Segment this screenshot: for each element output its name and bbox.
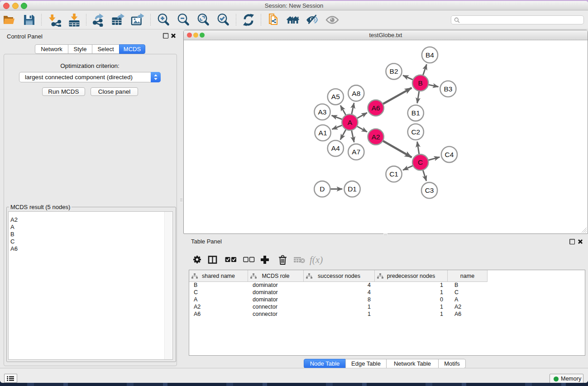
svg-text:A4: A4	[331, 144, 340, 152]
svg-text:C3: C3	[425, 186, 434, 194]
svg-text:D1: D1	[348, 185, 357, 193]
svg-text:A2: A2	[372, 133, 380, 141]
svg-text:A6: A6	[372, 104, 380, 112]
svg-text:B: B	[418, 79, 423, 87]
svg-text:B2: B2	[390, 67, 398, 75]
svg-text:C1: C1	[389, 170, 398, 178]
svg-text:A: A	[348, 119, 353, 126]
svg-text:B1: B1	[411, 109, 420, 117]
svg-text:B3: B3	[444, 85, 452, 93]
svg-text:A1: A1	[319, 129, 327, 137]
svg-text:A3: A3	[318, 108, 327, 116]
svg-text:A5: A5	[331, 93, 340, 100]
svg-text:A7: A7	[352, 148, 360, 156]
svg-text:C: C	[418, 158, 423, 166]
svg-text:A8: A8	[352, 90, 360, 97]
svg-text:C2: C2	[411, 128, 420, 136]
svg-text:C4: C4	[445, 151, 454, 158]
svg-text:D: D	[320, 185, 325, 193]
svg-text:B4: B4	[425, 51, 434, 59]
